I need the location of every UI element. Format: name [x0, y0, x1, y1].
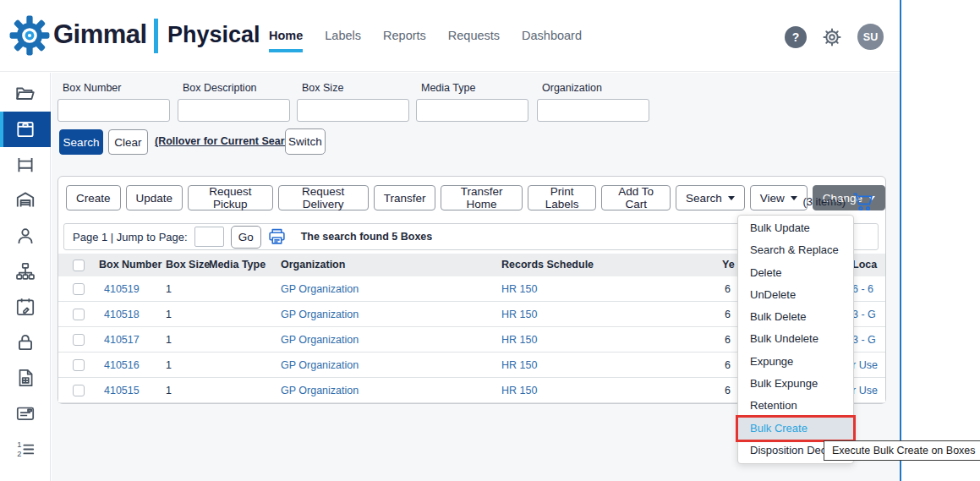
row-checkbox[interactable]	[73, 283, 85, 295]
update-button[interactable]: Update	[126, 185, 183, 210]
records-schedule-link[interactable]: HR 150	[501, 378, 537, 402]
jump-to-page-input[interactable]	[194, 227, 224, 247]
print-labels-button[interactable]: Print Labels	[528, 185, 597, 210]
help-icon[interactable]: ?	[785, 26, 807, 48]
row-checkbox[interactable]	[73, 309, 85, 320]
transfer-button[interactable]: Transfer	[374, 185, 436, 210]
sidebar-item-users[interactable]	[0, 218, 51, 254]
menu-item-bulk-expunge[interactable]: Bulk Expunge	[738, 373, 853, 395]
select-all-checkbox[interactable]	[73, 260, 85, 271]
request-delivery-button[interactable]: Request Delivery	[278, 185, 369, 210]
gimmal-gear-logo-icon	[8, 14, 51, 57]
box-number-link[interactable]: 410516	[104, 353, 140, 377]
box-size-input[interactable]	[297, 99, 409, 122]
org-chart-icon	[14, 260, 36, 282]
clear-button[interactable]: Clear	[108, 129, 148, 155]
nav-dashboard[interactable]: Dashboard	[522, 29, 582, 54]
settings-gear-icon[interactable]	[821, 26, 843, 48]
switch-button[interactable]: Switch	[285, 128, 326, 155]
main-nav: Home Labels Reports Requests Dashboard	[269, 29, 582, 54]
location-link[interactable]: 3 - G	[852, 302, 876, 326]
nav-reports[interactable]: Reports	[383, 29, 426, 54]
organization-input[interactable]	[537, 99, 649, 122]
view-dropdown-label: View	[760, 192, 785, 205]
sidebar-item-shelves[interactable]	[0, 147, 51, 183]
box-size-label: Box Size	[297, 82, 409, 94]
col-header-box-size: Box Size	[166, 254, 210, 276]
media-type-input[interactable]	[416, 99, 528, 122]
year-cell: 6	[725, 353, 731, 377]
organization-link[interactable]: GP Organization	[281, 276, 359, 301]
menu-item-expunge[interactable]: Expunge	[738, 351, 853, 373]
brand-name: Gimmal	[53, 19, 147, 50]
year-cell: 6	[725, 378, 731, 402]
sidebar-item-security[interactable]	[0, 325, 51, 360]
location-link[interactable]: r Use	[852, 353, 878, 377]
create-button[interactable]: Create	[66, 185, 121, 210]
add-to-cart-button[interactable]: Add To Cart	[601, 185, 670, 210]
sidebar-item-forms[interactable]	[0, 396, 51, 431]
box-number-link[interactable]: 410518	[104, 302, 140, 326]
organization-link[interactable]: GP Organization	[281, 327, 359, 352]
col-header-box-number: Box Number	[99, 254, 162, 276]
box-size-cell: 1	[166, 378, 172, 402]
menu-item-bulk-create[interactable]: Bulk Create	[738, 418, 853, 440]
records-schedule-link[interactable]: HR 150	[501, 276, 537, 301]
records-schedule-link[interactable]: HR 150	[501, 327, 537, 352]
lock-icon	[14, 331, 36, 353]
box-number-label: Box Number	[57, 82, 170, 94]
menu-item-bulk-update[interactable]: Bulk Update	[738, 217, 853, 239]
search-dropdown-button[interactable]: Search	[676, 185, 745, 210]
organization-link[interactable]: GP Organization	[281, 353, 359, 377]
user-avatar[interactable]: SU	[857, 24, 884, 50]
menu-item-undelete[interactable]: UnDelete	[738, 284, 853, 306]
box-description-input[interactable]	[178, 99, 290, 122]
col-header-records-schedule: Records Schedule	[501, 254, 594, 276]
sidebar-item-folders[interactable]	[0, 76, 51, 112]
sidebar-item-warehouse[interactable]	[0, 183, 51, 218]
nav-labels[interactable]: Labels	[325, 29, 361, 54]
printer-icon[interactable]	[268, 228, 286, 245]
request-pickup-button[interactable]: Request Pickup	[188, 185, 272, 210]
records-schedule-link[interactable]: HR 150	[501, 302, 537, 326]
menu-item-retention[interactable]: Retention	[738, 395, 853, 417]
sidebar-item-invoices[interactable]	[0, 360, 51, 396]
card-text-icon	[14, 402, 36, 424]
year-cell: 6	[725, 327, 731, 352]
go-button[interactable]: Go	[231, 226, 261, 249]
col-header-media-type: Media Type	[209, 254, 266, 276]
location-link[interactable]: r Use	[852, 378, 878, 402]
menu-item-bulk-delete[interactable]: Bulk Delete	[738, 306, 853, 328]
row-checkbox[interactable]	[73, 359, 85, 371]
menu-item-bulk-undelete[interactable]: Bulk Undelete	[738, 328, 853, 350]
box-number-link[interactable]: 410517	[104, 327, 140, 352]
organization-link[interactable]: GP Organization	[281, 302, 359, 326]
field-media-type: Media Type	[416, 82, 528, 122]
field-organization: Organization	[537, 82, 649, 122]
menu-item-search-replace[interactable]: Search & Replace	[738, 239, 853, 261]
row-checkbox[interactable]	[73, 385, 85, 396]
menu-item-delete[interactable]: Delete	[738, 262, 853, 284]
location-link[interactable]: 3 - G	[852, 327, 876, 352]
sidebar-item-org-chart[interactable]	[0, 254, 51, 289]
shopping-cart-icon[interactable]	[851, 190, 875, 212]
nav-home[interactable]: Home	[269, 29, 303, 54]
panel-right-border-line	[900, 0, 901, 481]
transfer-home-button[interactable]: Transfer Home	[441, 185, 522, 210]
box-number-link[interactable]: 410515	[104, 378, 140, 402]
box-number-link[interactable]: 410519	[104, 276, 140, 301]
records-schedule-link[interactable]: HR 150	[501, 353, 537, 377]
box-number-input[interactable]	[57, 99, 170, 122]
organization-link[interactable]: GP Organization	[281, 378, 359, 402]
top-header: Gimmal Physical Home Labels Reports Requ…	[0, 0, 900, 72]
row-checkbox[interactable]	[73, 334, 85, 346]
sidebar-item-schedule[interactable]	[0, 289, 51, 325]
location-link[interactable]: 6 - 6	[852, 276, 873, 301]
rollover-current-search-link[interactable]: (Rollover for Current Search)	[155, 135, 300, 147]
brand-divider	[154, 19, 158, 53]
view-dropdown-button[interactable]: View	[750, 185, 808, 210]
search-button[interactable]: Search	[59, 129, 103, 155]
nav-requests[interactable]: Requests	[448, 29, 500, 54]
sidebar-item-numbered-list[interactable]: 12	[0, 431, 51, 467]
sidebar-item-boxes[interactable]	[0, 112, 51, 147]
